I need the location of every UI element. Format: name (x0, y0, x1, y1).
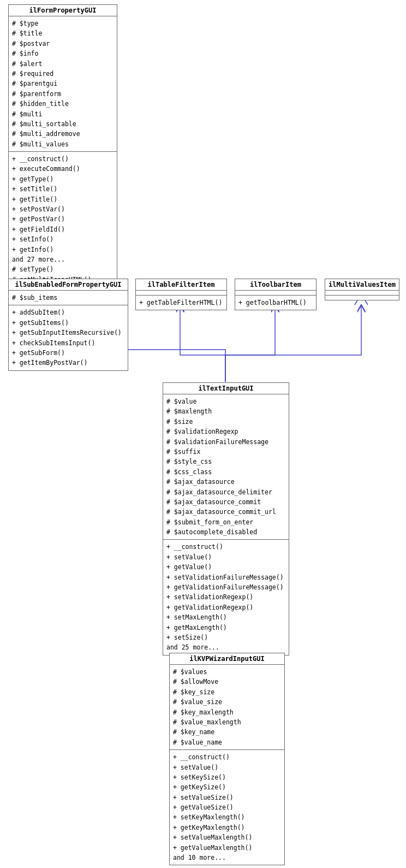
fields-ilTextInputGUI: # $value # $maxlength # $size # $validat… (163, 394, 289, 540)
fields-ilToolbarItem (235, 291, 316, 296)
fields-ilMultiValuesItem (325, 291, 399, 296)
fields-ilKVPWizardInputGUI: # $values # $allowMove # $key_size # $va… (170, 665, 284, 750)
title-ilTextInputGUI: ilTextInputGUI (163, 383, 289, 394)
box-ilTextInputGUI: ilTextInputGUI # $value # $maxlength # $… (163, 382, 289, 656)
box-ilMultiValuesItem: ilMultiValuesItem (325, 279, 399, 300)
methods-ilSubEnabledFormPropertyGUI: + addSubItem() + getSubItems() + getSubI… (9, 305, 128, 370)
fields-ilSubEnabledFormPropertyGUI: # $sub_items (9, 291, 128, 305)
box-ilKVPWizardInputGUI: ilKVPWizardInputGUI # $values # $allowMo… (169, 653, 285, 865)
methods-ilMultiValuesItem (325, 296, 399, 300)
methods-ilToolbarItem: + getToolbarHTML() (235, 296, 316, 310)
title-ilFormPropertyGUI: ilFormPropertyGUI (9, 5, 117, 16)
fields-ilFormPropertyGUI: # $type # $title # $postvar # $info # $a… (9, 16, 117, 152)
methods-ilFormPropertyGUI: + __construct() + executeCommand() + get… (9, 152, 117, 287)
box-ilFormPropertyGUI: ilFormPropertyGUI # $type # $title # $po… (8, 4, 117, 287)
title-ilTableFilterItem: ilTableFilterItem (136, 279, 226, 291)
title-ilMultiValuesItem: ilMultiValuesItem (325, 279, 399, 291)
methods-ilTableFilterItem: + getTableFilterHTML() (136, 296, 226, 310)
box-ilSubEnabledFormPropertyGUI: ilSubEnabledFormPropertyGUI # $sub_items… (8, 279, 128, 371)
methods-ilTextInputGUI: + __construct() + setValue() + getValue(… (163, 540, 289, 654)
box-ilTableFilterItem: ilTableFilterItem + getTableFilterHTML() (135, 279, 227, 310)
title-ilSubEnabledFormPropertyGUI: ilSubEnabledFormPropertyGUI (9, 279, 128, 291)
fields-ilTableFilterItem (136, 291, 226, 296)
title-ilToolbarItem: ilToolbarItem (235, 279, 316, 291)
methods-ilKVPWizardInputGUI: + __construct() + setValue() + setKeySiz… (170, 750, 284, 865)
title-ilKVPWizardInputGUI: ilKVPWizardInputGUI (170, 653, 284, 665)
diagram-container: ilFormPropertyGUI # $type # $title # $po… (0, 0, 406, 868)
box-ilToolbarItem: ilToolbarItem + getToolbarHTML() (235, 279, 317, 310)
